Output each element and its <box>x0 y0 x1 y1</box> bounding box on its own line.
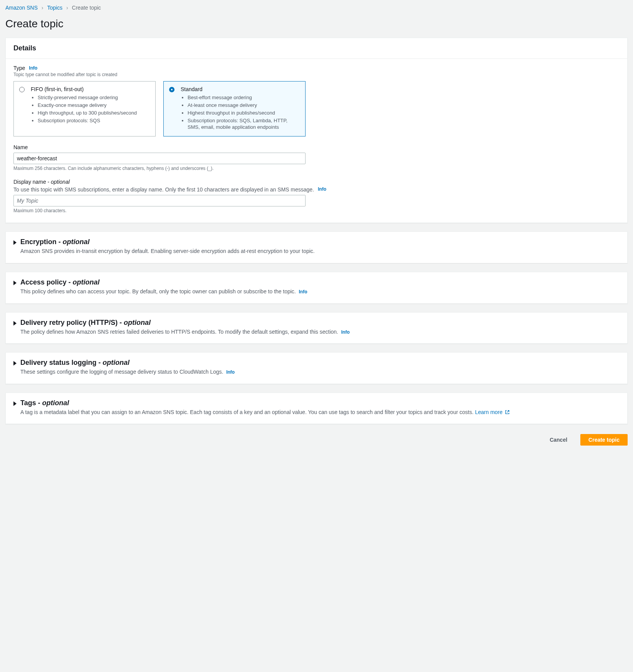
type-tile-fifo[interactable]: FIFO (first-in, first-out) Strictly-pres… <box>13 81 156 136</box>
display-label: Display name - <box>13 179 51 185</box>
name-label: Name <box>13 144 28 150</box>
fifo-bullet: Exactly-once message delivery <box>38 102 151 109</box>
encryption-sub: Amazon SNS provides in-transit encryptio… <box>20 248 315 255</box>
type-field: Type Info Topic type cannot be modified … <box>13 65 620 136</box>
access-policy-panel: Access policy - optional This policy def… <box>5 272 628 304</box>
standard-bullet: Highest throughput in publishes/second <box>188 110 301 116</box>
tags-panel: Tags - optional A tag is a metadata labe… <box>5 393 628 424</box>
chevron-right-icon: › <box>66 5 68 11</box>
caret-right-icon <box>13 240 17 245</box>
caret-right-icon <box>13 361 17 366</box>
fifo-title: FIFO (first-in, first-out) <box>31 86 151 92</box>
access-info-link[interactable]: Info <box>299 289 307 294</box>
displayname-field: Display name - optional To use this topi… <box>13 179 620 213</box>
type-tile-standard[interactable]: Standard Best-effort message ordering At… <box>163 81 306 136</box>
retry-sub: The policy defines how Amazon SNS retrie… <box>20 329 338 335</box>
chevron-right-icon: › <box>42 5 43 11</box>
radio-icon <box>19 87 25 92</box>
external-link-icon <box>505 409 510 415</box>
logging-sub: These settings configure the logging of … <box>20 369 223 375</box>
page-title: Create topic <box>5 18 628 30</box>
tags-toggle[interactable]: Tags - optional A tag is a metadata labe… <box>13 399 620 416</box>
retry-policy-toggle[interactable]: Delivery retry policy (HTTP/S) - optiona… <box>13 319 620 336</box>
logging-info-link[interactable]: Info <box>226 369 235 375</box>
retry-policy-panel: Delivery retry policy (HTTP/S) - optiona… <box>5 312 628 344</box>
breadcrumb-topics[interactable]: Topics <box>47 5 63 11</box>
encryption-toggle[interactable]: Encryption - optional Amazon SNS provide… <box>13 238 620 255</box>
type-info-link[interactable]: Info <box>29 65 37 71</box>
name-field: Name Maximum 256 characters. Can include… <box>13 144 620 171</box>
displayname-input[interactable] <box>13 195 306 206</box>
access-sub: This policy defines who can access your … <box>20 288 296 294</box>
type-label: Type <box>13 65 25 71</box>
display-info-link[interactable]: Info <box>318 186 326 192</box>
name-input[interactable] <box>13 153 306 164</box>
type-sublabel: Topic type cannot be modified after topi… <box>13 72 620 77</box>
breadcrumb-current: Create topic <box>72 5 101 11</box>
fifo-bullet: Subscription protocols: SQS <box>38 118 151 124</box>
display-optional: optional <box>51 179 70 185</box>
details-panel: Details Type Info Topic type cannot be m… <box>5 38 628 223</box>
standard-title: Standard <box>181 86 301 92</box>
form-footer: Cancel Create topic <box>5 432 628 447</box>
retry-info-link[interactable]: Info <box>341 329 350 335</box>
display-sublabel: To use this topic with SMS subscriptions… <box>13 186 314 193</box>
create-topic-button[interactable]: Create topic <box>580 434 628 446</box>
standard-bullet: Best-effort message ordering <box>188 95 301 101</box>
logging-panel: Delivery status logging - optional These… <box>5 352 628 384</box>
standard-bullet: Subscription protocols: SQS, Lambda, HTT… <box>188 118 301 131</box>
fifo-bullet: Strictly-preserved message ordering <box>38 95 151 101</box>
tags-sub: A tag is a metadata label that you can a… <box>20 409 475 415</box>
caret-right-icon <box>13 321 17 326</box>
access-policy-toggle[interactable]: Access policy - optional This policy def… <box>13 278 620 296</box>
breadcrumb: Amazon SNS › Topics › Create topic <box>5 3 628 18</box>
encryption-panel: Encryption - optional Amazon SNS provide… <box>5 231 628 263</box>
fifo-bullet: High throughput, up to 300 publishes/sec… <box>38 110 151 116</box>
standard-bullet: At-least once message delivery <box>188 102 301 109</box>
name-hint: Maximum 256 characters. Can include alph… <box>13 166 620 171</box>
display-hint: Maximum 100 characters. <box>13 208 620 213</box>
logging-toggle[interactable]: Delivery status logging - optional These… <box>13 359 620 376</box>
radio-icon <box>169 87 174 92</box>
caret-right-icon <box>13 281 17 285</box>
cancel-button[interactable]: Cancel <box>542 434 575 445</box>
breadcrumb-root[interactable]: Amazon SNS <box>5 5 38 11</box>
details-header: Details <box>6 38 627 59</box>
tags-learn-more-link[interactable]: Learn more <box>475 409 510 415</box>
caret-right-icon <box>13 401 17 406</box>
